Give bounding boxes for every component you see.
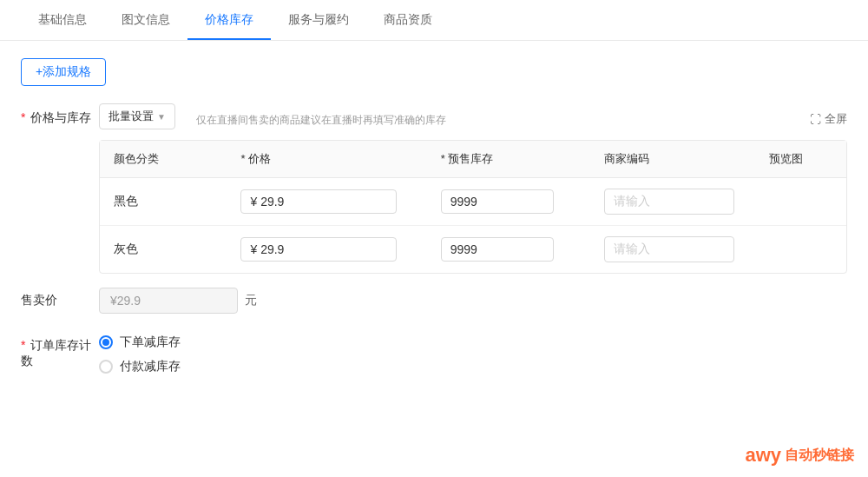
fullscreen-icon: ⛶ bbox=[810, 113, 821, 126]
tab-price-stock[interactable]: 价格库存 bbox=[187, 0, 271, 40]
col-header-code: 商家编码 bbox=[590, 141, 755, 178]
hint-text: 仅在直播间售卖的商品建议在直播时再填写准确的库存 bbox=[196, 106, 799, 128]
radio-order-deduct[interactable]: 下单减库存 bbox=[99, 335, 181, 350]
radio-circle-pay bbox=[99, 360, 113, 374]
table-row: 黑色 ¥ 29.9 9999 bbox=[100, 178, 846, 226]
table-row: 灰色 ¥ 29.9 9999 bbox=[100, 226, 846, 274]
tab-service[interactable]: 服务与履约 bbox=[271, 0, 366, 40]
order-stock-section: * 订单库存计数 下单减库存 付款减库存 bbox=[21, 335, 847, 374]
sell-price-input[interactable]: ¥29.9 bbox=[99, 288, 238, 314]
watermark-awy-text: awy bbox=[745, 444, 781, 467]
radio-circle-order bbox=[99, 335, 113, 349]
stock-input-0[interactable]: 9999 bbox=[441, 189, 554, 214]
price-stock-controls: 批量设置 ▼ 仅在直播间售卖的商品建议在直播时再填写准确的库存 ⛶ 全屏 bbox=[99, 103, 847, 129]
sell-price-unit: 元 bbox=[245, 293, 257, 308]
main-content: +添加规格 * 价格与库存 批量设置 ▼ 仅在直播间售卖的商品建议在直播时再填写… bbox=[0, 41, 868, 392]
watermark-chinese-text: 自动秒链接 bbox=[785, 447, 854, 465]
price-stock-content: 批量设置 ▼ 仅在直播间售卖的商品建议在直播时再填写准确的库存 ⛶ 全屏 颜色分… bbox=[99, 103, 847, 274]
radio-group-stock: 下单减库存 付款减库存 bbox=[99, 335, 181, 374]
col-header-preview: 预览图 bbox=[755, 141, 846, 178]
price-stock-section: * 价格与库存 批量设置 ▼ 仅在直播间售卖的商品建议在直播时再填写准确的库存 … bbox=[21, 103, 847, 274]
cell-preview-1 bbox=[755, 226, 846, 274]
sku-table-wrapper: 颜色分类 * 价格 * 预售库存 商家编码 预览图 黑色 bbox=[99, 140, 847, 274]
cell-code-0: 请输入 bbox=[590, 178, 755, 226]
price-input-0[interactable]: ¥ 29.9 bbox=[240, 189, 397, 214]
code-input-1[interactable]: 请输入 bbox=[604, 236, 734, 262]
tab-bar: 基础信息 图文信息 价格库存 服务与履约 商品资质 bbox=[0, 0, 868, 41]
cell-color-1: 灰色 bbox=[100, 226, 227, 274]
sell-price-label: 售卖价 bbox=[21, 293, 99, 308]
cell-price-1: ¥ 29.9 bbox=[227, 226, 426, 274]
sku-table: 颜色分类 * 价格 * 预售库存 商家编码 预览图 黑色 bbox=[100, 141, 846, 273]
price-input-1[interactable]: ¥ 29.9 bbox=[240, 237, 397, 262]
price-stock-label: * 价格与库存 bbox=[21, 103, 99, 126]
cell-price-0: ¥ 29.9 bbox=[227, 178, 426, 226]
required-star: * bbox=[21, 110, 25, 124]
add-spec-button[interactable]: +添加规格 bbox=[21, 58, 106, 86]
dropdown-arrow-icon: ▼ bbox=[157, 112, 166, 122]
cell-preview-0 bbox=[755, 178, 846, 226]
radio-pay-deduct[interactable]: 付款减库存 bbox=[99, 359, 181, 374]
tab-qualification[interactable]: 商品资质 bbox=[366, 0, 450, 40]
batch-set-button[interactable]: 批量设置 ▼ bbox=[99, 103, 175, 129]
col-header-price: * 价格 bbox=[227, 141, 426, 178]
watermark: awy 自动秒链接 bbox=[745, 444, 854, 467]
table-header-row: 颜色分类 * 价格 * 预售库存 商家编码 预览图 bbox=[100, 141, 846, 178]
cell-color-0: 黑色 bbox=[100, 178, 227, 226]
tab-image-text[interactable]: 图文信息 bbox=[104, 0, 187, 40]
cell-stock-1: 9999 bbox=[427, 226, 590, 274]
code-input-0[interactable]: 请输入 bbox=[604, 189, 734, 215]
fullscreen-button[interactable]: ⛶ 全屏 bbox=[810, 106, 847, 127]
sell-price-section: 售卖价 ¥29.9 元 bbox=[21, 288, 847, 314]
tab-basic[interactable]: 基础信息 bbox=[21, 0, 104, 40]
col-header-stock: * 预售库存 bbox=[427, 141, 590, 178]
cell-code-1: 请输入 bbox=[590, 226, 755, 274]
cell-stock-0: 9999 bbox=[427, 178, 590, 226]
required-star-2: * bbox=[21, 338, 25, 352]
order-stock-label: * 订单库存计数 bbox=[21, 335, 99, 369]
stock-input-1[interactable]: 9999 bbox=[441, 237, 554, 262]
col-header-color: 颜色分类 bbox=[100, 141, 227, 178]
